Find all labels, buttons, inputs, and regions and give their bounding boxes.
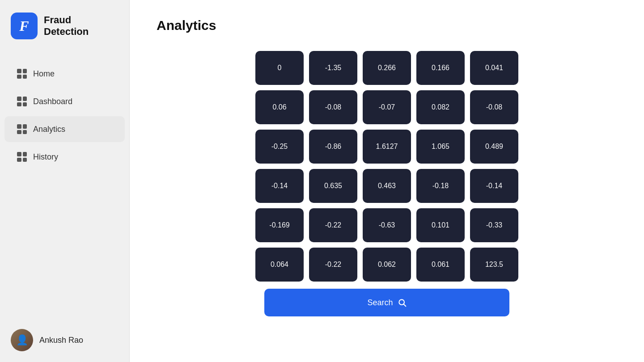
- analytics-grid: 0 -1.35 0.266 0.166 0.041 0.06 -0.08 -0.…: [157, 51, 617, 316]
- grid-cell-5-1: -0.22: [309, 248, 357, 282]
- grid-cell-5-4: 123.5: [470, 248, 518, 282]
- grid-row-2: -0.25 -0.86 1.6127 1.065 0.489: [255, 130, 518, 164]
- main-content: Analytics 0 -1.35 0.266 0.166 0.041 0.06…: [130, 0, 644, 362]
- grid-cell-3-4: -0.14: [470, 169, 518, 203]
- avatar: 👤: [11, 329, 33, 351]
- grid-cell-5-3: 0.061: [416, 248, 465, 282]
- logo-section: F FraudDetection: [0, 0, 129, 52]
- analytics-icon: [17, 124, 27, 134]
- svg-line-1: [403, 304, 406, 307]
- grid-cell-4-3: 0.101: [416, 208, 465, 242]
- dashboard-icon: [17, 97, 27, 106]
- grid-cell-5-2: 0.062: [363, 248, 411, 282]
- grid-cell-0-0: 0: [255, 51, 304, 85]
- grid-cell-2-1: -0.86: [309, 130, 357, 164]
- sidebar-item-home[interactable]: Home: [4, 61, 125, 87]
- sidebar-nav: Home Dashboard Analytics: [0, 52, 129, 179]
- sidebar-item-history[interactable]: History: [4, 144, 125, 170]
- grid-cell-3-1: 0.635: [309, 169, 357, 203]
- user-section: 👤 Ankush Rao: [0, 318, 129, 362]
- grid-cell-1-1: -0.08: [309, 90, 357, 124]
- grid-cell-0-1: -1.35: [309, 51, 357, 85]
- sidebar-item-history-label: History: [33, 152, 58, 162]
- grid-cell-1-2: -0.07: [363, 90, 411, 124]
- page-title: Analytics: [157, 18, 617, 33]
- search-button[interactable]: Search: [264, 289, 509, 316]
- grid-cell-0-2: 0.266: [363, 51, 411, 85]
- grid-row-3: -0.14 0.635 0.463 -0.18 -0.14: [255, 169, 518, 203]
- grid-row-4: -0.169 -0.22 -0.63 0.101 -0.33: [255, 208, 518, 242]
- grid-row-1: 0.06 -0.08 -0.07 0.082 -0.08: [255, 90, 518, 124]
- grid-cell-0-3: 0.166: [416, 51, 465, 85]
- home-icon: [17, 69, 27, 79]
- grid-row-0: 0 -1.35 0.266 0.166 0.041: [255, 51, 518, 85]
- grid-cell-2-4: 0.489: [470, 130, 518, 164]
- grid-cell-1-3: 0.082: [416, 90, 465, 124]
- sidebar-item-analytics[interactable]: Analytics: [4, 116, 125, 142]
- sidebar-item-dashboard[interactable]: Dashboard: [4, 88, 125, 114]
- grid-cell-5-0: 0.064: [255, 248, 304, 282]
- grid-row-5: 0.064 -0.22 0.062 0.061 123.5: [255, 248, 518, 282]
- grid-cell-3-2: 0.463: [363, 169, 411, 203]
- sidebar-item-analytics-label: Analytics: [33, 125, 65, 134]
- grid-cell-4-0: -0.169: [255, 208, 304, 242]
- sidebar: F FraudDetection Home Dashboard: [0, 0, 130, 362]
- grid-cell-4-2: -0.63: [363, 208, 411, 242]
- grid-cell-2-2: 1.6127: [363, 130, 411, 164]
- history-icon: [17, 152, 27, 162]
- app-logo-icon: F: [11, 13, 38, 39]
- app-logo-text: FraudDetection: [44, 14, 89, 38]
- search-button-label: Search: [367, 298, 393, 307]
- sidebar-item-home-label: Home: [33, 69, 55, 79]
- grid-cell-4-1: -0.22: [309, 208, 357, 242]
- grid-cell-1-0: 0.06: [255, 90, 304, 124]
- grid-cell-2-0: -0.25: [255, 130, 304, 164]
- grid-cell-3-3: -0.18: [416, 169, 465, 203]
- grid-cell-2-3: 1.065: [416, 130, 465, 164]
- grid-cell-1-4: -0.08: [470, 90, 518, 124]
- grid-cell-3-0: -0.14: [255, 169, 304, 203]
- grid-cell-0-4: 0.041: [470, 51, 518, 85]
- search-icon: [398, 298, 407, 307]
- user-name: Ankush Rao: [39, 336, 83, 345]
- grid-cell-4-4: -0.33: [470, 208, 518, 242]
- sidebar-item-dashboard-label: Dashboard: [33, 97, 72, 106]
